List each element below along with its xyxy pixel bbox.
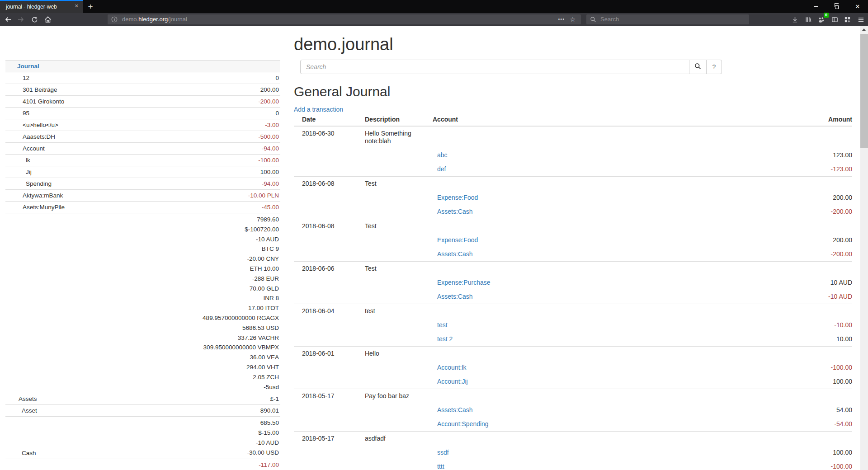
downloads-icon[interactable] bbox=[790, 15, 799, 24]
sidebar-balance-cell: £-1 bbox=[127, 393, 281, 405]
scrollbar-thumb[interactable] bbox=[860, 34, 868, 148]
sidebar-account-link[interactable]: Jij bbox=[26, 169, 32, 175]
posting-account-cell: tttt bbox=[433, 460, 762, 470]
sidebar-account-link[interactable]: Spending bbox=[26, 180, 52, 187]
minimize-button[interactable] bbox=[806, 0, 826, 13]
url-bar[interactable]: demo.hledger.org/journal ••• ☆ bbox=[108, 14, 581, 24]
extension-icon[interactable]: 0 bbox=[816, 15, 826, 24]
sidebar-account-cell: 12 bbox=[5, 72, 127, 84]
sidebar-account-cell: Account bbox=[5, 143, 127, 155]
library-icon[interactable] bbox=[803, 15, 812, 24]
posting-account-link[interactable]: def bbox=[433, 165, 446, 173]
transaction-description: Pay foo bar baz bbox=[365, 389, 433, 404]
tab-close-icon[interactable]: ✕ bbox=[75, 3, 79, 9]
sidebar-account-link[interactable]: 95 bbox=[23, 110, 29, 117]
sidebar-account-cell: Jij bbox=[5, 166, 127, 178]
posting-account-cell: def bbox=[433, 162, 762, 177]
transaction-title-row[interactable]: 2018-05-17asdfadf bbox=[294, 432, 852, 446]
transaction-title-row[interactable]: 2018-06-08Test bbox=[294, 219, 852, 234]
bookmark-star-icon[interactable]: ☆ bbox=[570, 14, 576, 24]
sidebar-toggle-icon[interactable] bbox=[830, 15, 839, 24]
tab-bar: journal - hledger-web ✕ + ✕ bbox=[0, 0, 868, 13]
posting-account-link[interactable]: Account:lk bbox=[433, 364, 467, 371]
sidebar-account-row: 7989.60$-100720.00-10 AUDBTC 9-20.00 CNY… bbox=[5, 213, 280, 393]
posting-account-link[interactable]: Expense:Purchase bbox=[433, 279, 491, 286]
posting-account-link[interactable]: Assets:Cash bbox=[433, 293, 473, 300]
menu-icon[interactable] bbox=[856, 15, 865, 24]
sidebar-account-cell: 301 Beiträge bbox=[5, 84, 127, 96]
vertical-scrollbar[interactable] bbox=[860, 26, 868, 470]
posting-account-link[interactable]: tttt bbox=[433, 463, 444, 470]
sidebar-account-row: 120 bbox=[5, 72, 280, 84]
posting-account-link[interactable]: ssdf bbox=[433, 449, 449, 456]
sidebar-account-link[interactable]: Asets:MunyPile bbox=[23, 204, 65, 211]
posting-row: Assets:Cash-200.00 bbox=[294, 247, 852, 262]
sidebar-account-link[interactable]: Cash bbox=[22, 450, 36, 456]
posting-description-spacer bbox=[365, 446, 433, 460]
posting-account-link[interactable]: Assets:Cash bbox=[433, 208, 473, 215]
sidebar-account-cell: <u>hello</u> bbox=[5, 119, 127, 131]
new-tab-button[interactable]: + bbox=[84, 0, 97, 13]
posting-account-link[interactable]: Assets:Cash bbox=[433, 250, 473, 258]
transaction-title-row[interactable]: 2018-05-17Pay foo bar baz bbox=[294, 389, 852, 404]
posting-account-link[interactable]: abc bbox=[433, 151, 448, 159]
sidebar-account-link[interactable]: lk bbox=[26, 157, 30, 164]
reload-icon[interactable] bbox=[30, 15, 39, 24]
scroll-up-arrow-icon[interactable] bbox=[862, 28, 866, 31]
search-help-button[interactable]: ? bbox=[706, 60, 722, 74]
restore-button[interactable] bbox=[826, 0, 847, 13]
page-actions-icon[interactable]: ••• bbox=[558, 14, 565, 24]
sidebar-account-link[interactable]: Account bbox=[23, 145, 45, 152]
apps-grid-icon[interactable] bbox=[843, 15, 852, 24]
posting-account-link[interactable]: test 2 bbox=[433, 335, 453, 343]
transaction-title-row[interactable]: 2018-06-30Hello Something note:blah bbox=[294, 126, 852, 148]
journal-search-input[interactable] bbox=[300, 60, 689, 74]
transaction-title-row[interactable]: 2018-06-04test bbox=[294, 304, 852, 319]
browser-tab[interactable]: journal - hledger-web ✕ bbox=[0, 0, 83, 13]
posting-account-link[interactable]: Assets:Cash bbox=[433, 406, 473, 414]
search-submit-button[interactable] bbox=[689, 60, 707, 74]
transaction-title-row[interactable]: 2018-06-06Test bbox=[294, 262, 852, 276]
sidebar-balance-cell: -45.00 bbox=[127, 202, 281, 213]
sidebar-amount: 0 bbox=[127, 109, 279, 118]
tab-title: journal - hledger-web bbox=[6, 4, 57, 10]
sidebar-account-link[interactable]: Aaasets:DH bbox=[23, 133, 55, 140]
posting-description-spacer bbox=[365, 148, 433, 162]
forward-icon[interactable] bbox=[16, 15, 25, 24]
sidebar-account-link[interactable]: Aktywa:mBank bbox=[23, 192, 63, 199]
transaction-amount-spacer bbox=[762, 126, 852, 148]
transaction-amount-spacer bbox=[762, 347, 852, 361]
toolbar-search-field[interactable]: Search bbox=[586, 14, 749, 24]
home-icon[interactable] bbox=[43, 15, 52, 24]
transaction-account-spacer bbox=[433, 347, 762, 361]
posting-description-spacer bbox=[365, 162, 433, 177]
transaction-title-row[interactable]: 2018-06-08Test bbox=[294, 177, 852, 191]
back-icon[interactable] bbox=[4, 15, 13, 24]
transaction-title-row[interactable]: 2018-06-01Hello bbox=[294, 347, 852, 361]
posting-date-spacer bbox=[294, 233, 365, 247]
journal-table: Date Description Account Amount 2018-06-… bbox=[294, 115, 852, 470]
sidebar-account-link[interactable]: <u>hello</u> bbox=[23, 122, 58, 128]
sidebar-account-link[interactable]: 4101 Girokonto bbox=[23, 98, 64, 105]
add-transaction-link[interactable]: Add a transaction bbox=[294, 106, 343, 113]
posting-description-spacer bbox=[365, 290, 433, 304]
sidebar-account-link[interactable]: 12 bbox=[23, 75, 29, 81]
transaction-amount-spacer bbox=[762, 219, 852, 234]
close-button[interactable]: ✕ bbox=[847, 0, 868, 13]
posting-description-spacer bbox=[365, 460, 433, 470]
journal-search-form: ? bbox=[300, 60, 722, 74]
posting-date-spacer bbox=[294, 148, 365, 162]
journal-link[interactable]: Journal bbox=[17, 63, 39, 70]
posting-account-link[interactable]: test bbox=[433, 321, 448, 329]
sidebar-account-link[interactable]: Asset bbox=[22, 407, 37, 414]
posting-account-link[interactable]: Account:Spending bbox=[433, 420, 489, 428]
sidebar-amount: 5686.53 USD bbox=[127, 323, 279, 333]
sidebar-account-link[interactable]: 301 Beiträge bbox=[23, 86, 57, 93]
toolbar-search-placeholder: Search bbox=[600, 14, 619, 24]
site-info-icon[interactable] bbox=[111, 16, 118, 24]
sidebar-amount: BTC 9 bbox=[127, 244, 279, 254]
posting-account-link[interactable]: Account:Jij bbox=[433, 378, 468, 385]
posting-account-link[interactable]: Expense:Food bbox=[433, 236, 478, 244]
sidebar-account-link[interactable]: Assets bbox=[19, 395, 37, 402]
posting-account-link[interactable]: Expense:Food bbox=[433, 194, 478, 201]
